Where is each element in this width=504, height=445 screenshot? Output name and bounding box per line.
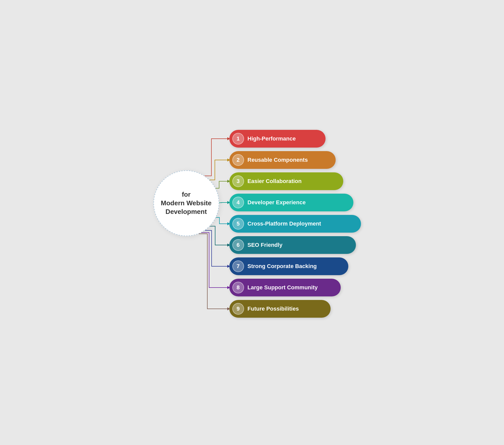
pill-4: 4Developer Experience [229,194,353,211]
pill-number-3: 3 [232,175,244,187]
left-side: forModern WebsiteDevelopment [143,127,229,236]
pill-label-7: Strong Corporate Backing [248,263,317,270]
pill-label-8: Large Support Community [248,284,318,291]
pill-label-3: Easier Collaboration [248,178,302,185]
pill-6: 6SEO Friendly [229,236,356,254]
pill-row-9: 9Future Possibilities [229,300,361,318]
pill-number-9: 9 [232,303,244,315]
pill-number-4: 4 [232,197,244,208]
pill-number-6: 6 [232,239,244,251]
right-side: 1High-Performance2Reusable Components3Ea… [229,127,361,318]
pill-row-7: 7Strong Corporate Backing [229,257,361,275]
pill-row-5: 5Cross-Platform Deployment [229,215,361,233]
pill-3: 3Easier Collaboration [229,172,343,190]
pill-label-2: Reusable Components [248,157,308,163]
pill-number-1: 1 [232,133,244,145]
pill-2: 2Reusable Components [229,151,336,169]
pill-7: 7Strong Corporate Backing [229,257,348,275]
pill-row-2: 2Reusable Components [229,151,361,169]
pill-row-6: 6SEO Friendly [229,236,361,254]
pill-label-4: Developer Experience [248,199,306,206]
pill-row-8: 8Large Support Community [229,279,361,296]
pill-number-5: 5 [232,218,244,230]
pill-row-4: 4Developer Experience [229,194,361,211]
pill-number-7: 7 [232,260,244,272]
circle-rest-label: forModern WebsiteDevelopment [161,190,211,216]
pill-1: 1High-Performance [229,130,326,148]
pill-label-5: Cross-Platform Deployment [248,220,321,227]
pill-number-8: 8 [232,282,244,293]
main-wrapper: forModern WebsiteDevelopment 1High-Perfo… [138,117,366,328]
pill-label-9: Future Possibilities [248,306,299,312]
pill-row-1: 1High-Performance [229,130,361,148]
pill-8: 8Large Support Community [229,279,341,296]
diagram-container: forModern WebsiteDevelopment 1High-Perfo… [138,117,366,328]
pill-number-2: 2 [232,154,244,166]
pill-9: 9Future Possibilities [229,300,331,318]
pill-label-6: SEO Friendly [248,242,283,248]
pill-5: 5Cross-Platform Deployment [229,215,361,233]
pill-label-1: High-Performance [248,135,296,142]
pill-row-3: 3Easier Collaboration [229,172,361,190]
center-circle: forModern WebsiteDevelopment [153,170,219,236]
